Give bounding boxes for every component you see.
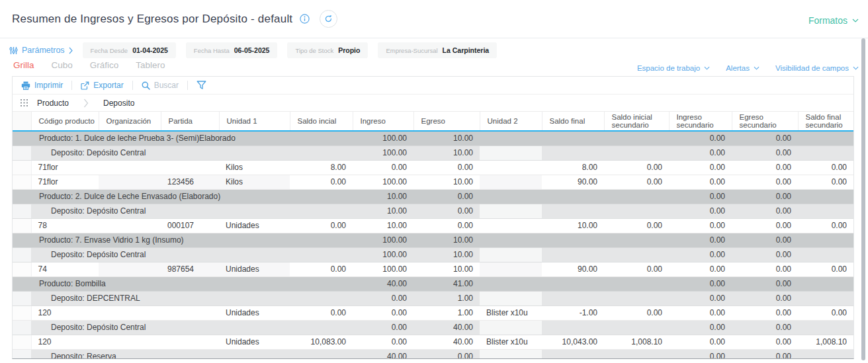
cell-unidad2 bbox=[480, 291, 542, 305]
column-header-partida[interactable]: Partida bbox=[161, 112, 219, 131]
buscar-button[interactable]: Buscar bbox=[133, 81, 187, 90]
cell-egreso: 10.00 bbox=[413, 145, 480, 160]
deposito-group-row[interactable]: Deposito: DEPCENTRAL0.001.000.000.00 bbox=[13, 291, 853, 305]
table-row[interactable]: 74987654Unidades0.00100.0010.0090.000.00… bbox=[13, 262, 853, 276]
cell-sfs bbox=[798, 204, 853, 218]
cell-ings: 0.00 bbox=[669, 349, 732, 359]
parameters-toggle[interactable]: Parámetros bbox=[9, 46, 73, 55]
cell-saldo_final bbox=[542, 349, 604, 359]
cell-unidad1: Kilos bbox=[219, 175, 290, 189]
column-header-ingreso[interactable]: Ingreso bbox=[353, 112, 413, 131]
group-label: Deposito: Depósito Central bbox=[31, 247, 290, 262]
param-chip-fecha-hasta[interactable]: Fecha Hasta 06-05-2025 bbox=[186, 42, 278, 58]
product-group-row[interactable]: Producto: 2. Dulce de Leche Envasado (El… bbox=[13, 189, 853, 204]
column-header-unidad1[interactable]: Unidad 1 bbox=[219, 112, 290, 131]
imprimir-button[interactable]: Imprimir bbox=[13, 81, 71, 90]
product-group-row[interactable]: Producto: Bombilla40.0041.000.000.00 bbox=[13, 276, 853, 291]
column-header-ings[interactable]: Ingreso secundario bbox=[669, 112, 732, 131]
tab-tablero[interactable]: Tablero bbox=[136, 60, 165, 70]
cell-egrs: 0.00 bbox=[732, 305, 798, 320]
vertical-scrollbar[interactable] bbox=[861, 38, 865, 360]
grouping-item-deposito[interactable]: Deposito bbox=[103, 99, 134, 108]
formatos-label: Formatos bbox=[808, 15, 847, 26]
cell-unidad2: Blister x10u bbox=[480, 335, 542, 349]
product-group-row[interactable]: Producto: 7. Envase Vidrio 1 kg (Insumo)… bbox=[13, 233, 853, 247]
cell-sis bbox=[604, 320, 669, 335]
cell-saldo_final bbox=[542, 291, 604, 305]
cell-ingreso: 40.00 bbox=[353, 349, 413, 359]
column-header-saldo_final[interactable]: Saldo final bbox=[542, 112, 604, 131]
deposito-group-row[interactable]: Deposito: Depósito Central0.0040.000.000… bbox=[13, 320, 853, 335]
cell-unidad2 bbox=[480, 320, 542, 335]
deposito-group-row[interactable]: Deposito: Depósito Central10.000.000.000… bbox=[13, 204, 853, 218]
column-header-saldo_incial[interactable]: Saldo incial bbox=[290, 112, 353, 131]
cell-unidad2: Blister x10u bbox=[480, 305, 542, 320]
cell-unidad1: Unidades bbox=[219, 262, 290, 276]
cell-ings: 0.00 bbox=[669, 305, 732, 320]
column-header-codigo[interactable]: Código producto bbox=[31, 112, 99, 131]
column-header-unidad2[interactable]: Unidad 2 bbox=[480, 112, 542, 131]
column-header-egrs[interactable]: Egreso secundario bbox=[732, 112, 798, 131]
param-chip-empresa-sucursal[interactable]: Empresa-Sucursal La Carpinteria bbox=[378, 42, 497, 58]
cell-egrs: 0.00 bbox=[732, 320, 798, 335]
cell-egreso: 41.00 bbox=[413, 276, 480, 291]
link-label: Alertas bbox=[726, 64, 750, 72]
cell-sis: 0.00 bbox=[604, 305, 669, 320]
cell-saldo_final: 10.00 bbox=[542, 218, 604, 233]
column-header-sis[interactable]: Saldo inicial secundario bbox=[604, 112, 669, 131]
table-row[interactable]: 120Unidades0.000.001.00Blister x10u-1.00… bbox=[13, 305, 853, 320]
exportar-button[interactable]: Exportar bbox=[72, 81, 132, 90]
cell-sis bbox=[604, 276, 669, 291]
cell-sfs bbox=[798, 131, 853, 145]
cell-saldo_final: -1.00 bbox=[542, 305, 604, 320]
cell-sfs: 0.00 bbox=[798, 305, 853, 320]
param-chip-fecha-desde[interactable]: Fecha Desde 01-04-2025 bbox=[83, 42, 176, 58]
cell-egreso: 40.00 bbox=[413, 335, 480, 349]
cell-ings: 0.00 bbox=[669, 175, 732, 189]
grid-handle-icon[interactable] bbox=[21, 99, 28, 106]
chevron-right-icon bbox=[69, 47, 73, 54]
cell-partida: 987654 bbox=[161, 262, 219, 276]
group-label: Deposito: Reserva bbox=[31, 349, 290, 359]
cell-egreso: 1.00 bbox=[413, 291, 480, 305]
tab-cubo[interactable]: Cubo bbox=[52, 60, 73, 70]
cell-partida: 123456 bbox=[161, 175, 219, 189]
cell-saldo_final bbox=[542, 131, 604, 145]
refresh-button[interactable] bbox=[320, 10, 337, 28]
grouping-item-producto[interactable]: Producto bbox=[37, 99, 69, 108]
cell-egrs: 0.00 bbox=[732, 131, 798, 145]
product-group-row[interactable]: Producto: 1. Dulce de leche Prueba 3- (S… bbox=[13, 131, 853, 145]
column-header-org[interactable]: Organización bbox=[99, 112, 161, 131]
alertas-dropdown[interactable]: Alertas bbox=[726, 64, 760, 72]
cell-unidad2 bbox=[480, 218, 542, 233]
formatos-dropdown[interactable]: Formatos bbox=[808, 15, 859, 26]
report-page: Resumen de Ingresos y Egresos por Depósi… bbox=[0, 0, 868, 363]
cell-saldo_incial: 0.00 bbox=[290, 218, 353, 233]
group-label: Producto: 7. Envase Vidrio 1 kg (Insumo) bbox=[31, 233, 290, 247]
cell-sfs bbox=[798, 233, 853, 247]
cell-ings: 0.00 bbox=[669, 247, 732, 262]
deposito-group-row[interactable]: Deposito: Reserva40.000.000.000.00 bbox=[13, 349, 853, 359]
visibilidad-de-campos-dropdown[interactable]: Visibilidad de campos bbox=[775, 64, 859, 72]
table-row[interactable]: 78000107Unidades0.0010.000.0010.000.000.… bbox=[13, 218, 853, 233]
exportar-label: Exportar bbox=[93, 81, 123, 90]
espacio-de-trabajo-dropdown[interactable]: Espacio de trabajo bbox=[637, 64, 710, 72]
info-icon[interactable] bbox=[300, 14, 310, 24]
param-chip-tipo-de-stock[interactable]: Tipo de Stock Propio bbox=[287, 42, 368, 58]
row-handle bbox=[13, 189, 31, 204]
table-row[interactable]: 71florKilos8.000.000.008.000.000.000.000… bbox=[13, 160, 853, 175]
tab-grafico[interactable]: Gráfico bbox=[90, 60, 119, 70]
filter-button[interactable] bbox=[188, 81, 215, 90]
deposito-group-row[interactable]: Deposito: Depósito Central100.0010.000.0… bbox=[13, 145, 853, 160]
cell-unidad1: Unidades bbox=[219, 305, 290, 320]
cell-saldo_incial bbox=[290, 320, 353, 335]
column-header-sfs[interactable]: Saldo final secundario bbox=[798, 112, 853, 131]
table-row[interactable]: 120Unidades10,083.000.0040.00Blister x10… bbox=[13, 335, 853, 349]
cell-unidad2 bbox=[480, 145, 542, 160]
deposito-group-row[interactable]: Deposito: Depósito Central100.0010.000.0… bbox=[13, 247, 853, 262]
tab-grilla[interactable]: Grilla bbox=[13, 60, 34, 70]
table-row[interactable]: 71flor123456Kilos0.00100.0010.0090.000.0… bbox=[13, 175, 853, 189]
cell-partida bbox=[161, 160, 219, 175]
column-header-egreso[interactable]: Egreso bbox=[413, 112, 480, 131]
cell-org bbox=[99, 218, 161, 233]
